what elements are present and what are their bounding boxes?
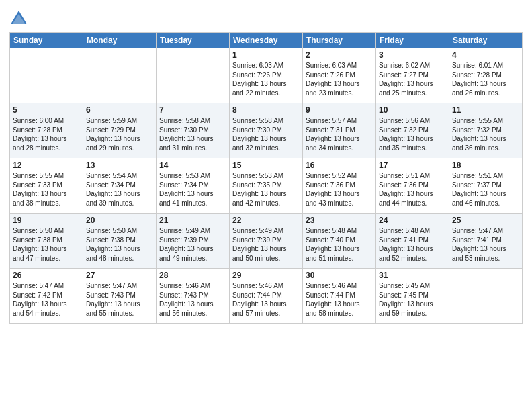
cell-content: 30Sunrise: 5:46 AM Sunset: 7:44 PM Dayli…	[306, 271, 373, 318]
day-number: 14	[159, 161, 226, 170]
day-number: 6	[86, 105, 153, 115]
cell-info: Sunrise: 5:53 AM Sunset: 7:34 PM Dayligh…	[159, 171, 226, 208]
calendar-cell: 17Sunrise: 5:51 AM Sunset: 7:36 PM Dayli…	[376, 158, 449, 214]
calendar-cell: 13Sunrise: 5:54 AM Sunset: 7:34 PM Dayli…	[83, 158, 157, 214]
cell-content: 9Sunrise: 5:57 AM Sunset: 7:31 PM Daylig…	[306, 105, 373, 152]
calendar-cell: 1Sunrise: 6:03 AM Sunset: 7:26 PM Daylig…	[230, 48, 303, 103]
calendar-cell: 15Sunrise: 5:53 AM Sunset: 7:35 PM Dayli…	[230, 158, 303, 214]
calendar-cell	[449, 269, 523, 324]
calendar-cell	[157, 48, 230, 103]
cell-info: Sunrise: 5:51 AM Sunset: 7:37 PM Dayligh…	[452, 171, 519, 208]
day-number: 8	[232, 105, 300, 115]
day-number: 16	[306, 161, 373, 170]
cell-content: 22Sunrise: 5:49 AM Sunset: 7:39 PM Dayli…	[232, 216, 300, 263]
calendar-cell: 22Sunrise: 5:49 AM Sunset: 7:39 PM Dayli…	[230, 214, 303, 269]
logo	[9, 9, 31, 28]
cell-content: 10Sunrise: 5:56 AM Sunset: 7:32 PM Dayli…	[379, 105, 446, 152]
calendar-cell: 27Sunrise: 5:47 AM Sunset: 7:43 PM Dayli…	[83, 269, 157, 324]
cell-info: Sunrise: 5:46 AM Sunset: 7:44 PM Dayligh…	[232, 281, 300, 318]
day-number: 27	[86, 271, 153, 280]
cell-info: Sunrise: 5:47 AM Sunset: 7:43 PM Dayligh…	[86, 281, 153, 318]
cell-info: Sunrise: 5:50 AM Sunset: 7:38 PM Dayligh…	[86, 226, 153, 263]
cell-content: 18Sunrise: 5:51 AM Sunset: 7:37 PM Dayli…	[452, 161, 519, 208]
cell-content: 31Sunrise: 5:45 AM Sunset: 7:45 PM Dayli…	[379, 271, 446, 318]
cell-info: Sunrise: 5:46 AM Sunset: 7:44 PM Dayligh…	[306, 281, 373, 318]
calendar-cell: 20Sunrise: 5:50 AM Sunset: 7:38 PM Dayli…	[83, 214, 157, 269]
cell-content: 5Sunrise: 6:00 AM Sunset: 7:28 PM Daylig…	[13, 105, 80, 152]
day-number: 2	[306, 50, 373, 60]
calendar-cell: 5Sunrise: 6:00 AM Sunset: 7:28 PM Daylig…	[10, 103, 83, 158]
cell-content: 29Sunrise: 5:46 AM Sunset: 7:44 PM Dayli…	[232, 271, 300, 318]
calendar-cell: 11Sunrise: 5:55 AM Sunset: 7:32 PM Dayli…	[449, 103, 523, 158]
cell-content: 19Sunrise: 5:50 AM Sunset: 7:38 PM Dayli…	[13, 216, 80, 263]
calendar-cell: 6Sunrise: 5:59 AM Sunset: 7:29 PM Daylig…	[83, 103, 157, 158]
cell-content: 13Sunrise: 5:54 AM Sunset: 7:34 PM Dayli…	[86, 161, 153, 208]
cell-info: Sunrise: 5:50 AM Sunset: 7:38 PM Dayligh…	[13, 226, 80, 263]
cell-content: 11Sunrise: 5:55 AM Sunset: 7:32 PM Dayli…	[452, 105, 519, 152]
cell-content: 16Sunrise: 5:52 AM Sunset: 7:36 PM Dayli…	[306, 161, 373, 208]
cell-content: 2Sunrise: 6:03 AM Sunset: 7:26 PM Daylig…	[306, 50, 373, 97]
cell-info: Sunrise: 5:49 AM Sunset: 7:39 PM Dayligh…	[232, 226, 300, 263]
calendar-cell: 23Sunrise: 5:48 AM Sunset: 7:40 PM Dayli…	[303, 214, 376, 269]
calendar-cell: 12Sunrise: 5:55 AM Sunset: 7:33 PM Dayli…	[10, 158, 83, 214]
day-number: 20	[86, 216, 153, 225]
cell-info: Sunrise: 5:57 AM Sunset: 7:31 PM Dayligh…	[306, 116, 373, 152]
cell-content: 26Sunrise: 5:47 AM Sunset: 7:42 PM Dayli…	[13, 271, 80, 318]
day-number: 21	[159, 216, 226, 225]
day-number: 10	[379, 105, 446, 115]
calendar-cell	[83, 48, 157, 103]
cell-content: 3Sunrise: 6:02 AM Sunset: 7:27 PM Daylig…	[379, 50, 446, 97]
cell-content: 27Sunrise: 5:47 AM Sunset: 7:43 PM Dayli…	[86, 271, 153, 318]
weekday-header-sunday: Sunday	[10, 33, 83, 48]
calendar-cell: 2Sunrise: 6:03 AM Sunset: 7:26 PM Daylig…	[303, 48, 376, 103]
calendar-page: SundayMondayTuesdayWednesdayThursdayFrid…	[0, 0, 532, 411]
cell-content: 15Sunrise: 5:53 AM Sunset: 7:35 PM Dayli…	[232, 161, 300, 208]
calendar-cell: 31Sunrise: 5:45 AM Sunset: 7:45 PM Dayli…	[376, 269, 449, 324]
calendar-cell: 9Sunrise: 5:57 AM Sunset: 7:31 PM Daylig…	[303, 103, 376, 158]
day-number: 1	[232, 50, 300, 60]
header	[9, 7, 523, 28]
week-row-1: 1Sunrise: 6:03 AM Sunset: 7:26 PM Daylig…	[10, 48, 523, 103]
cell-content: 14Sunrise: 5:53 AM Sunset: 7:34 PM Dayli…	[159, 161, 226, 208]
cell-content: 21Sunrise: 5:49 AM Sunset: 7:39 PM Dayli…	[159, 216, 226, 263]
cell-info: Sunrise: 6:02 AM Sunset: 7:27 PM Dayligh…	[379, 61, 446, 97]
cell-info: Sunrise: 6:01 AM Sunset: 7:28 PM Dayligh…	[452, 61, 519, 97]
calendar-cell: 18Sunrise: 5:51 AM Sunset: 7:37 PM Dayli…	[449, 158, 523, 214]
calendar-cell: 30Sunrise: 5:46 AM Sunset: 7:44 PM Dayli…	[303, 269, 376, 324]
cell-info: Sunrise: 6:03 AM Sunset: 7:26 PM Dayligh…	[306, 61, 373, 97]
cell-content: 8Sunrise: 5:58 AM Sunset: 7:30 PM Daylig…	[232, 105, 300, 152]
day-number: 30	[306, 271, 373, 280]
day-number: 7	[159, 105, 226, 115]
cell-info: Sunrise: 5:51 AM Sunset: 7:36 PM Dayligh…	[379, 171, 446, 208]
calendar-cell: 3Sunrise: 6:02 AM Sunset: 7:27 PM Daylig…	[376, 48, 449, 103]
calendar-cell: 14Sunrise: 5:53 AM Sunset: 7:34 PM Dayli…	[157, 158, 230, 214]
cell-info: Sunrise: 5:48 AM Sunset: 7:41 PM Dayligh…	[379, 226, 446, 263]
day-number: 19	[13, 216, 80, 225]
cell-info: Sunrise: 5:45 AM Sunset: 7:45 PM Dayligh…	[379, 281, 446, 318]
cell-info: Sunrise: 5:46 AM Sunset: 7:43 PM Dayligh…	[159, 281, 226, 318]
cell-info: Sunrise: 5:58 AM Sunset: 7:30 PM Dayligh…	[159, 116, 226, 152]
day-number: 29	[232, 271, 300, 280]
calendar-cell: 16Sunrise: 5:52 AM Sunset: 7:36 PM Dayli…	[303, 158, 376, 214]
cell-info: Sunrise: 5:48 AM Sunset: 7:40 PM Dayligh…	[306, 226, 373, 263]
cell-content: 23Sunrise: 5:48 AM Sunset: 7:40 PM Dayli…	[306, 216, 373, 263]
cell-info: Sunrise: 5:47 AM Sunset: 7:41 PM Dayligh…	[452, 226, 519, 263]
cell-content: 28Sunrise: 5:46 AM Sunset: 7:43 PM Dayli…	[159, 271, 226, 318]
calendar-table: SundayMondayTuesdayWednesdayThursdayFrid…	[9, 32, 523, 324]
calendar-cell: 10Sunrise: 5:56 AM Sunset: 7:32 PM Dayli…	[376, 103, 449, 158]
calendar-cell: 8Sunrise: 5:58 AM Sunset: 7:30 PM Daylig…	[230, 103, 303, 158]
cell-content: 25Sunrise: 5:47 AM Sunset: 7:41 PM Dayli…	[452, 216, 519, 263]
day-number: 9	[306, 105, 373, 115]
week-row-2: 5Sunrise: 6:00 AM Sunset: 7:28 PM Daylig…	[10, 103, 523, 158]
weekday-header-row: SundayMondayTuesdayWednesdayThursdayFrid…	[10, 33, 523, 48]
weekday-header-thursday: Thursday	[303, 33, 376, 48]
weekday-header-saturday: Saturday	[449, 33, 523, 48]
cell-info: Sunrise: 5:53 AM Sunset: 7:35 PM Dayligh…	[232, 171, 300, 208]
day-number: 28	[159, 271, 226, 280]
cell-info: Sunrise: 6:00 AM Sunset: 7:28 PM Dayligh…	[13, 116, 80, 152]
cell-content: 4Sunrise: 6:01 AM Sunset: 7:28 PM Daylig…	[452, 50, 519, 97]
cell-content: 12Sunrise: 5:55 AM Sunset: 7:33 PM Dayli…	[13, 161, 80, 208]
calendar-cell: 26Sunrise: 5:47 AM Sunset: 7:42 PM Dayli…	[10, 269, 83, 324]
week-row-4: 19Sunrise: 5:50 AM Sunset: 7:38 PM Dayli…	[10, 214, 523, 269]
day-number: 17	[379, 161, 446, 170]
